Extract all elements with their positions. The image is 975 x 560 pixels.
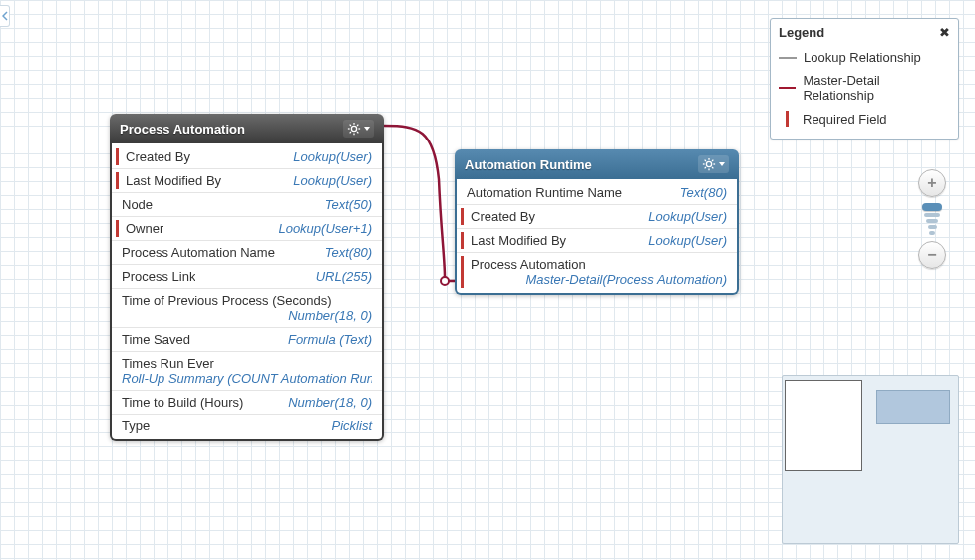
node-body: Automation Runtime Name Text(80) Created… bbox=[455, 179, 739, 295]
field-label: Created By bbox=[471, 209, 535, 224]
node-settings-button[interactable] bbox=[343, 120, 374, 138]
field-type: Lookup(User) bbox=[293, 149, 372, 164]
svg-point-10 bbox=[706, 161, 711, 166]
svg-line-8 bbox=[350, 132, 351, 133]
plus-icon: + bbox=[927, 174, 936, 192]
field-type: Lookup(User) bbox=[648, 233, 727, 248]
field-label: Owner bbox=[126, 221, 163, 236]
zoom-in-button[interactable]: + bbox=[918, 169, 946, 197]
field-label: Time of Previous Process (Seconds) bbox=[122, 293, 372, 308]
chevron-down-icon bbox=[719, 162, 725, 166]
node-title: Automation Runtime bbox=[465, 157, 592, 172]
field-type: Lookup(User) bbox=[648, 209, 727, 224]
field-row[interactable]: Last Modified By Lookup(User) bbox=[112, 169, 382, 193]
field-row[interactable]: Created By Lookup(User) bbox=[457, 205, 737, 229]
legend-item-master-detail: Master-Detail Relationship bbox=[779, 69, 950, 107]
minimap[interactable] bbox=[782, 375, 959, 544]
field-row[interactable]: Node Text(50) bbox=[112, 193, 382, 217]
field-row[interactable]: Automation Runtime Name Text(80) bbox=[457, 181, 737, 205]
svg-line-16 bbox=[712, 167, 713, 168]
svg-point-0 bbox=[441, 277, 449, 285]
field-label: Times Run Ever bbox=[122, 356, 372, 371]
zoom-tick bbox=[929, 231, 935, 235]
field-row[interactable]: Process Automation Master-Detail(Process… bbox=[457, 253, 737, 291]
field-label: Process Automation Name bbox=[122, 245, 275, 260]
svg-line-17 bbox=[705, 167, 706, 168]
field-type: Number(18, 0) bbox=[288, 395, 372, 410]
field-label: Node bbox=[122, 197, 153, 212]
chevron-left-icon bbox=[2, 11, 8, 21]
svg-line-18 bbox=[712, 160, 713, 161]
field-row[interactable]: Last Modified By Lookup(User) bbox=[457, 229, 737, 253]
field-type: Text(50) bbox=[325, 197, 372, 212]
legend-label: Lookup Relationship bbox=[804, 50, 921, 65]
field-label: Process Automation bbox=[471, 257, 727, 272]
node-header[interactable]: Process Automation bbox=[110, 114, 384, 143]
zoom-tick bbox=[926, 219, 938, 223]
svg-line-15 bbox=[705, 160, 706, 161]
svg-line-7 bbox=[357, 132, 358, 133]
field-type: Roll-Up Summary (COUNT Automation Runtim… bbox=[122, 371, 372, 386]
field-label: Time Saved bbox=[122, 332, 190, 347]
legend-panel: Legend ✖ Lookup Relationship Master-Deta… bbox=[770, 18, 959, 140]
legend-label: Master-Detail Relationship bbox=[803, 73, 950, 103]
legend-close-button[interactable]: ✖ bbox=[939, 26, 950, 39]
field-row[interactable]: Owner Lookup(User+1) bbox=[112, 217, 382, 241]
zoom-slider[interactable] bbox=[922, 201, 942, 237]
field-label: Time to Build (Hours) bbox=[122, 395, 243, 410]
minimap-node bbox=[876, 390, 950, 424]
svg-point-1 bbox=[351, 126, 356, 131]
legend-item-required: Required Field bbox=[779, 107, 950, 131]
field-row[interactable]: Created By Lookup(User) bbox=[112, 145, 382, 169]
node-settings-button[interactable] bbox=[698, 155, 729, 173]
node-body: Created By Lookup(User) Last Modified By… bbox=[110, 143, 384, 441]
zoom-tick bbox=[928, 225, 937, 229]
field-label: Type bbox=[122, 419, 150, 433]
field-type: URL(255) bbox=[316, 269, 372, 284]
legend-label: Required Field bbox=[803, 112, 887, 127]
field-row[interactable]: Time Saved Formula (Text) bbox=[112, 328, 382, 352]
left-panel-expand-tab[interactable] bbox=[0, 5, 10, 27]
field-type: Picklist bbox=[332, 419, 372, 433]
field-type: Master-Detail(Process Automation) bbox=[467, 272, 727, 287]
field-row[interactable]: Time of Previous Process (Seconds) Numbe… bbox=[112, 289, 382, 328]
node-title: Process Automation bbox=[120, 122, 245, 137]
field-row[interactable]: Process Link URL(255) bbox=[112, 265, 382, 289]
field-label: Last Modified By bbox=[126, 173, 221, 188]
lookup-line-icon bbox=[779, 57, 797, 59]
node-header[interactable]: Automation Runtime bbox=[455, 149, 739, 179]
field-label: Process Link bbox=[122, 269, 195, 284]
gear-icon bbox=[702, 157, 716, 171]
required-marker-icon bbox=[786, 111, 789, 127]
svg-line-9 bbox=[357, 125, 358, 126]
field-row[interactable]: Time to Build (Hours) Number(18, 0) bbox=[112, 391, 382, 415]
zoom-tick bbox=[924, 213, 940, 217]
field-type: Number(18, 0) bbox=[122, 308, 372, 323]
field-label: Automation Runtime Name bbox=[467, 185, 622, 200]
chevron-down-icon bbox=[364, 127, 370, 131]
svg-line-6 bbox=[350, 125, 351, 126]
minus-icon: − bbox=[927, 246, 936, 264]
legend-item-lookup: Lookup Relationship bbox=[779, 46, 950, 69]
field-label: Last Modified By bbox=[471, 233, 566, 248]
field-row[interactable]: Process Automation Name Text(80) bbox=[112, 241, 382, 265]
legend-title: Legend bbox=[779, 25, 824, 40]
field-row[interactable]: Type Picklist bbox=[112, 415, 382, 437]
field-row[interactable]: Times Run Ever Roll-Up Summary (COUNT Au… bbox=[112, 352, 382, 391]
field-type: Text(80) bbox=[680, 185, 727, 200]
zoom-slider-handle[interactable] bbox=[922, 203, 942, 211]
zoom-out-button[interactable]: − bbox=[918, 241, 946, 269]
object-node-automation-runtime[interactable]: Automation Runtime Automation Runtime Na… bbox=[455, 149, 739, 295]
field-type: Formula (Text) bbox=[288, 332, 372, 347]
master-detail-line-icon bbox=[779, 87, 796, 89]
zoom-control: + − bbox=[917, 169, 947, 269]
field-type: Text(80) bbox=[325, 245, 372, 260]
gear-icon bbox=[347, 122, 361, 136]
object-node-process-automation[interactable]: Process Automation Created By Lookup(Use… bbox=[110, 114, 384, 441]
field-type: Lookup(User) bbox=[293, 173, 372, 188]
field-label: Created By bbox=[126, 149, 190, 164]
minimap-viewport[interactable] bbox=[785, 380, 862, 471]
field-type: Lookup(User+1) bbox=[278, 221, 372, 236]
